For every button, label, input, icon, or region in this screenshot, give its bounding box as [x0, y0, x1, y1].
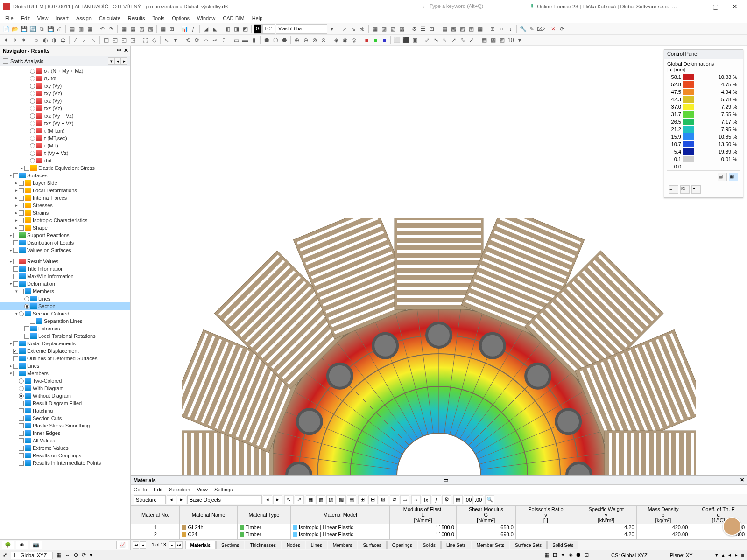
ax1-icon[interactable]: ⤢ [423, 36, 431, 44]
cp-tab2-icon[interactable]: ⚖ [680, 185, 690, 194]
control-panel-header[interactable]: Control Panel [664, 50, 743, 59]
sb-ic6[interactable]: ▦ [544, 552, 549, 558]
m3-icon[interactable]: ※ [358, 25, 366, 33]
sb-cs-icon[interactable]: ⤢ [3, 552, 7, 558]
menu-insert[interactable]: Insert [52, 14, 72, 22]
tree-row[interactable]: Inner Edges [0, 429, 130, 437]
d1-icon[interactable]: ▦ [440, 25, 449, 33]
c2-icon[interactable]: ▨ [380, 25, 388, 33]
doc1-icon[interactable]: ▤ [68, 25, 76, 33]
tree-row[interactable]: ▸Internal Forces [0, 194, 130, 202]
q4-icon[interactable]: ⤻ [211, 36, 219, 44]
undo-icon[interactable]: ↶ [98, 25, 106, 33]
c3-icon[interactable]: ▧ [388, 25, 397, 33]
mat-tab[interactable]: Openings [387, 541, 417, 549]
mat-tab[interactable]: Member Sets [472, 541, 509, 549]
loadcase-name[interactable]: Vlastní tíha [276, 24, 327, 34]
refresh-icon[interactable]: 🔄 [28, 25, 37, 33]
p2-icon[interactable]: ◇ [150, 36, 158, 44]
v3-icon[interactable]: ▨ [137, 25, 146, 33]
l1-icon[interactable]: ∕ [71, 36, 80, 44]
mat-next-icon[interactable]: ▸ [177, 495, 186, 504]
mat-tab[interactable]: Line Sets [441, 541, 471, 549]
ts-first-icon[interactable]: ⏮ [133, 541, 139, 549]
mt4-icon[interactable]: ▩ [316, 495, 325, 504]
minimize-button[interactable]: — [686, 1, 705, 12]
f2-icon[interactable]: ✎ [528, 25, 536, 33]
c5-icon[interactable]: ⚙ [410, 25, 418, 33]
mat-tab[interactable]: Materials [185, 541, 216, 549]
new-icon[interactable]: 📄 [2, 25, 10, 33]
tree-row[interactable]: With Diagram [0, 385, 130, 392]
d5-icon[interactable]: ▦ [476, 25, 484, 33]
nav-tab-chart-icon[interactable]: 📈 [116, 541, 128, 549]
y2-icon[interactable]: ⊖ [302, 36, 310, 44]
r2-icon[interactable]: ◣ [211, 25, 219, 33]
mat-tab[interactable]: Solid Sets [547, 541, 578, 549]
sb-ic2[interactable]: ↔ [65, 553, 70, 558]
mt3-icon[interactable]: ▦ [306, 495, 315, 504]
menu-window[interactable]: Window [194, 14, 218, 22]
table-row[interactable]: 1GL24hTimberIsotropic | Linear Elastic11… [131, 524, 747, 531]
tree-row[interactable]: τ (MT,sec) [0, 134, 130, 142]
nav-tab-tree-icon[interactable]: 🌳 [2, 541, 14, 549]
mat-menu-view[interactable]: View [197, 487, 208, 492]
sb-ic13[interactable]: ▴ [722, 552, 725, 558]
l2-icon[interactable]: ⟋ [80, 36, 89, 44]
end3-icon[interactable]: ▨ [498, 36, 506, 44]
v2-icon[interactable]: ▩ [128, 25, 137, 33]
col1-icon[interactable]: ■ [362, 36, 371, 44]
restore-icon[interactable]: ▭ [117, 47, 121, 52]
save2-icon[interactable]: 💾 [46, 25, 55, 33]
navigator-header[interactable]: Navigator - Results ▭ ✕ [0, 46, 130, 56]
tree-row[interactable]: τxz (Vz) [0, 105, 130, 112]
nav-prev-icon[interactable]: ◂ [114, 57, 121, 65]
tree-row[interactable]: ▸Local Deformations [0, 187, 130, 194]
sel2-icon[interactable]: ✧ [11, 36, 19, 44]
n2-icon[interactable]: ◐ [41, 36, 49, 44]
mat-tab[interactable]: Surface Sets [510, 541, 547, 549]
ax4-icon[interactable]: ⤤ [450, 36, 458, 44]
tree-row[interactable]: σₓ (N + My + Mz) [0, 67, 130, 75]
tree-row[interactable]: ▾Members [0, 287, 130, 295]
sb-ic11[interactable]: ⊡ [585, 552, 589, 558]
mat-menu-selection[interactable]: Selection [169, 487, 190, 492]
cp-tab1-icon[interactable]: ≡ [669, 185, 678, 194]
materials-table[interactable]: Material No.Material NameMaterial TypeMa… [131, 505, 747, 539]
mat-menu-goto[interactable]: Go To [134, 487, 147, 492]
mat-menu-settings[interactable]: Settings [214, 487, 233, 492]
chevron-left-icon[interactable]: ‹ [422, 4, 424, 9]
menu-cadbim[interactable]: CAD-BIM [219, 14, 247, 22]
f3-icon[interactable]: ⌦ [536, 25, 545, 33]
tree-row[interactable]: τxy (Vz) [0, 90, 130, 97]
a1-icon[interactable]: ↖ [162, 36, 171, 44]
c1-icon[interactable]: ▦ [371, 25, 379, 33]
mat-tab[interactable]: Thicknesses [245, 541, 281, 549]
sb-ic16[interactable]: ≡ [741, 553, 744, 558]
tree-row[interactable]: τxy (Vy) [0, 82, 130, 90]
c7-icon[interactable]: ⊡ [428, 25, 436, 33]
cube1-icon[interactable]: ⬜ [393, 36, 401, 44]
sb-ic9[interactable]: ◈ [569, 552, 572, 558]
mat-tab[interactable]: Nodes [282, 541, 305, 549]
p1-icon[interactable]: ⬚ [141, 36, 149, 44]
tree-row[interactable]: Distribution of Loads [0, 239, 130, 246]
mt12-icon[interactable]: ▭ [400, 495, 409, 504]
tree-row[interactable]: τ (MT,pri) [0, 127, 130, 134]
q1-icon[interactable]: ⟲ [184, 36, 192, 44]
sb-ic12[interactable]: ▾ [715, 552, 718, 558]
menu-view[interactable]: View [34, 14, 52, 22]
menu-options[interactable]: Options [169, 14, 193, 22]
sb-ic8[interactable]: ✦ [561, 552, 565, 558]
tree-row[interactable]: Separation Lines [0, 317, 130, 325]
nav-next-icon[interactable]: ▸ [121, 57, 127, 65]
r4-icon[interactable]: ◨ [232, 25, 240, 33]
nav-tab-eye-icon[interactable]: 👁 [16, 541, 28, 549]
q2-icon[interactable]: ⟳ [193, 36, 201, 44]
tree-row[interactable]: ▸Shape [0, 224, 130, 231]
w3-icon[interactable]: ▮ [250, 36, 258, 44]
sb-ic7[interactable]: ⊞ [553, 552, 557, 558]
m2-icon[interactable]: ↘ [349, 25, 358, 33]
navigator-subheader[interactable]: Static Analysis ▾◂▸ [0, 56, 130, 66]
end2-icon[interactable]: ▩ [489, 36, 497, 44]
